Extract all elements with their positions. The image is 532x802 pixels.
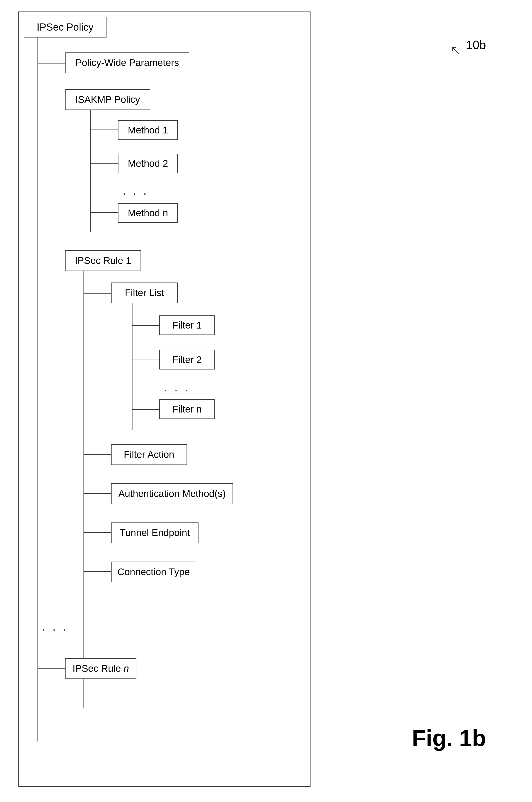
ipsec-rule1-box: IPSec Rule 1 (65, 250, 141, 271)
ref-arrow: ↖ (450, 42, 461, 57)
ipsec-policy-box: IPSec Policy (24, 17, 107, 37)
tunnel-endpoint-box: Tunnel Endpoint (111, 522, 198, 543)
filter1-box: Filter 1 (159, 315, 214, 335)
ref-number: 10b (466, 38, 486, 52)
policy-wide-box: Policy-Wide Parameters (65, 53, 189, 73)
auth-methods-box: Authentication Method(s) (111, 483, 233, 504)
filter2-box: Filter 2 (159, 350, 214, 370)
method2-box: Method 2 (118, 154, 178, 173)
methods-dots: . . . (122, 184, 148, 198)
connection-type-box: Connection Type (111, 562, 196, 582)
filter-action-box: Filter Action (111, 444, 187, 465)
page-container: ↖ 10b IPSec Policy Policy-Wide Parameter… (0, 0, 532, 802)
rules-dots: . . . (42, 619, 68, 633)
isakmp-policy-box: ISAKMP Policy (65, 89, 150, 110)
method-n-box: Method n (118, 203, 178, 223)
ipsec-rule-n-box: IPSec Rule n (65, 658, 136, 679)
filter-n-box: Filter n (159, 399, 214, 419)
filters-dots: . . . (164, 380, 190, 394)
method1-box: Method 1 (118, 120, 178, 140)
main-diagram-box: IPSec Policy Policy-Wide Parameters ISAK… (18, 12, 310, 787)
filter-list-box: Filter List (111, 282, 178, 303)
fig-label: Fig. 1b (412, 725, 486, 751)
